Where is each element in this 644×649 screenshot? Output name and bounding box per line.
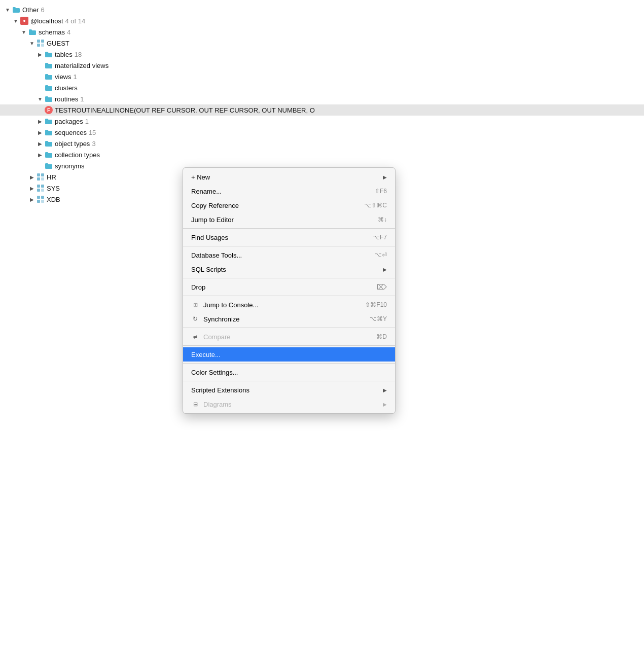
tree-item-count: 18 xyxy=(75,51,82,58)
menu-item-scripted-extensions-label: Scripted Extensions xyxy=(191,386,249,394)
arrow-icon xyxy=(28,173,35,181)
arrow-icon xyxy=(37,95,44,102)
arrow-icon xyxy=(20,28,27,35)
tree-item-schemas[interactable]: schemas 4 xyxy=(0,26,644,38)
svg-rect-4 xyxy=(37,173,40,176)
context-menu: + New ▶ Rename... ⇧F6 Copy Reference ⌥⇧⌘… xyxy=(183,167,396,414)
submenu-arrow-icon: ▶ xyxy=(383,267,387,272)
arrow-icon xyxy=(4,6,11,13)
tree-item-label: tables xyxy=(55,51,73,58)
arrow-icon xyxy=(37,118,44,125)
menu-item-rename-shortcut: ⇧F6 xyxy=(375,188,387,195)
menu-separator-2 xyxy=(183,246,395,246)
tree-item-localhost[interactable]: ● @localhost 4 of 14 xyxy=(0,15,644,26)
folder-icon xyxy=(45,139,53,148)
tree-item-sequences[interactable]: sequences 15 xyxy=(0,127,644,138)
menu-item-execute[interactable]: Execute... xyxy=(183,347,395,362)
tree-item-label: HR xyxy=(47,173,56,181)
menu-item-jump-to-console[interactable]: ⊞ Jump to Console... ⇧⌘F10 xyxy=(183,298,395,312)
svg-rect-8 xyxy=(37,185,40,188)
console-icon: ⊞ xyxy=(191,301,199,309)
tree-item-count: 1 xyxy=(80,95,84,103)
menu-item-diagrams-label: Diagrams xyxy=(203,401,232,408)
tree-item-count: 4 xyxy=(67,28,70,36)
tree-item-testroutine[interactable]: F TESTROUTINEALLINONE(OUT REF CURSOR. OU… xyxy=(0,104,644,116)
tree-item-label: synonyms xyxy=(55,162,85,170)
folder-icon xyxy=(45,73,53,81)
menu-item-find-usages[interactable]: Find Usages ⌥F7 xyxy=(183,230,395,244)
menu-item-copy-reference[interactable]: Copy Reference ⌥⇧⌘C xyxy=(183,198,395,212)
folder-icon xyxy=(12,6,20,14)
tree-item-label: XDB xyxy=(47,196,60,203)
tree-item-label: routines xyxy=(55,95,78,103)
schema-icon xyxy=(37,173,45,181)
tree-item-clusters[interactable]: clusters xyxy=(0,82,644,93)
svg-rect-14 xyxy=(37,200,40,203)
arrow-icon xyxy=(28,196,35,203)
tree-item-tables[interactable]: tables 18 xyxy=(0,49,644,60)
tree-item-guest[interactable]: GUEST xyxy=(0,38,644,49)
submenu-arrow-icon: ▶ xyxy=(383,387,387,393)
tree-item-label: Other xyxy=(22,6,39,14)
menu-item-sql-scripts[interactable]: SQL Scripts ▶ xyxy=(183,262,395,276)
menu-item-drop[interactable]: Drop ⌦ xyxy=(183,280,395,294)
menu-item-synchronize[interactable]: ↻ Synchronize ⌥⌘Y xyxy=(183,312,395,326)
menu-item-find-usages-shortcut: ⌥F7 xyxy=(373,234,387,241)
tree-item-packages[interactable]: packages 1 xyxy=(0,116,644,127)
arrow-icon xyxy=(37,140,44,147)
svg-rect-10 xyxy=(37,189,40,192)
schema-icon xyxy=(37,39,45,47)
tree-item-count: 1 xyxy=(85,118,89,125)
folder-icon xyxy=(45,61,53,69)
menu-item-database-tools-label: Database Tools... xyxy=(191,251,242,259)
tree-item-count: 3 xyxy=(92,140,95,148)
arrow-icon xyxy=(37,51,44,58)
menu-separator-8 xyxy=(183,381,395,381)
folder-icon xyxy=(45,95,53,103)
schema-icon xyxy=(37,195,45,203)
tree-item-count: 4 of 14 xyxy=(65,17,86,25)
svg-rect-5 xyxy=(41,173,44,176)
tree-item-label: views xyxy=(55,73,71,81)
menu-separator-5 xyxy=(183,328,395,328)
tree-item-object-types[interactable]: object types 3 xyxy=(0,138,644,149)
menu-item-scripted-extensions[interactable]: Scripted Extensions ▶ xyxy=(183,383,395,397)
tree-item-mat-views[interactable]: materialized views xyxy=(0,60,644,71)
compare-icon: ⇌ xyxy=(191,333,199,341)
menu-item-jump-to-console-label: Jump to Console... xyxy=(203,301,258,309)
svg-rect-1 xyxy=(41,40,44,43)
menu-item-copy-reference-shortcut: ⌥⇧⌘C xyxy=(364,202,387,209)
tree-item-label: schemas xyxy=(39,28,65,36)
folder-icon xyxy=(45,50,53,58)
menu-item-compare: ⇌ Compare ⌘D xyxy=(183,330,395,344)
menu-item-jump-to-editor-label: Jump to Editor xyxy=(191,216,234,224)
tree-item-routines[interactable]: routines 1 xyxy=(0,93,644,104)
menu-item-database-tools[interactable]: Database Tools... ⌥⏎ xyxy=(183,248,395,262)
submenu-arrow-icon: ▶ xyxy=(383,402,387,407)
arrow-icon xyxy=(37,129,44,136)
menu-item-database-tools-shortcut: ⌥⏎ xyxy=(375,251,387,259)
svg-rect-11 xyxy=(41,189,44,192)
menu-item-jump-to-editor[interactable]: Jump to Editor ⌘↓ xyxy=(183,212,395,227)
svg-rect-3 xyxy=(41,44,44,47)
menu-item-compare-label: Compare xyxy=(203,333,230,341)
arrow-icon xyxy=(28,185,35,192)
tree-item-collection-types[interactable]: collection types xyxy=(0,149,644,160)
menu-item-new[interactable]: + New ▶ xyxy=(183,170,395,184)
tree-item-label: TESTROUTINEALLINONE(OUT REF CURSOR. OUT … xyxy=(55,106,315,114)
tree-item-count: 15 xyxy=(89,129,96,136)
menu-separator-6 xyxy=(183,345,395,346)
svg-rect-0 xyxy=(37,40,40,43)
routine-icon: F xyxy=(45,106,53,114)
tree-item-views[interactable]: views 1 xyxy=(0,71,644,82)
tree-item-other[interactable]: Other 6 xyxy=(0,4,644,15)
sync-icon: ↻ xyxy=(191,315,199,323)
tree-item-label: materialized views xyxy=(55,62,109,69)
arrow-icon xyxy=(12,17,19,24)
tree-item-label: @localhost xyxy=(30,17,63,25)
menu-item-compare-shortcut: ⌘D xyxy=(376,333,387,340)
menu-item-drop-shortcut: ⌦ xyxy=(377,283,387,291)
menu-item-color-settings[interactable]: Color Settings... xyxy=(183,365,395,379)
menu-item-rename[interactable]: Rename... ⇧F6 xyxy=(183,184,395,198)
server-icon: ● xyxy=(20,17,28,25)
